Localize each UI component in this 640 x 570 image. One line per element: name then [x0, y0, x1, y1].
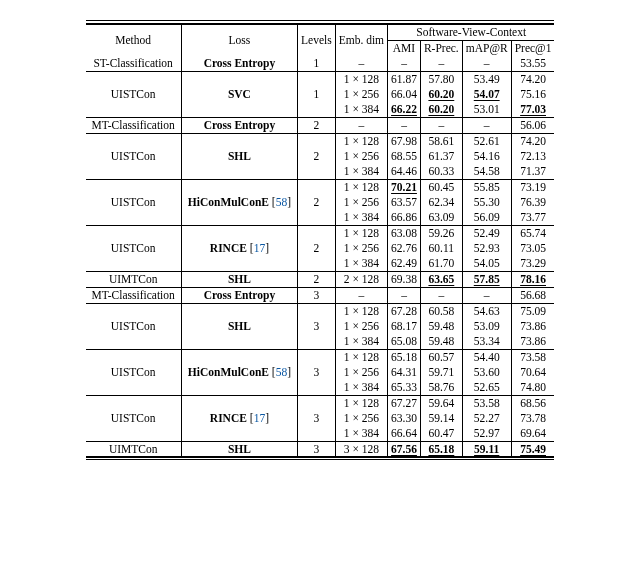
emb-cell: 1 × 384 — [335, 164, 387, 180]
p1-cell: 65.74 — [511, 225, 554, 241]
method-cell: MT-Classification — [86, 287, 182, 303]
ami-cell: 65.18 — [388, 349, 421, 365]
p1-cell: 77.03 — [511, 102, 554, 118]
emb-cell: 1 × 128 — [335, 71, 387, 87]
emb-cell: 1 × 384 — [335, 426, 387, 442]
rprec-cell: 63.65 — [420, 271, 462, 287]
levels-cell: 3 — [298, 349, 336, 395]
rprec-cell: 61.70 — [420, 256, 462, 272]
p1-cell: 74.20 — [511, 133, 554, 149]
ami-cell: 69.38 — [388, 271, 421, 287]
mapr-cell: 57.85 — [462, 271, 511, 287]
emb-cell: 1 × 384 — [335, 210, 387, 226]
emb-cell: 1 × 128 — [335, 349, 387, 365]
p1-cell: 68.56 — [511, 395, 554, 411]
p1-cell: 72.13 — [511, 149, 554, 164]
method-cell: UISTCon — [86, 71, 182, 117]
levels-cell: 2 — [298, 133, 336, 179]
table-row: UISTConRINCE [17]21 × 12863.0859.2652.49… — [86, 225, 555, 241]
rprec-cell: 60.33 — [420, 164, 462, 180]
ami-cell: 63.08 — [388, 225, 421, 241]
ami-cell: 62.76 — [388, 241, 421, 256]
emb-cell: 1 × 128 — [335, 303, 387, 319]
p1-cell: 53.55 — [511, 56, 554, 72]
loss-cell: HiConMulConE [58] — [181, 179, 297, 225]
mapr-cell: 52.93 — [462, 241, 511, 256]
ami-cell: 66.64 — [388, 426, 421, 442]
mapr-cell: 53.49 — [462, 71, 511, 87]
emb-cell: – — [335, 117, 387, 133]
p1-cell: 75.16 — [511, 87, 554, 102]
p1-cell: 71.37 — [511, 164, 554, 180]
rprec-cell: 58.76 — [420, 380, 462, 396]
p1-cell: 70.64 — [511, 365, 554, 380]
method-cell: UISTCon — [86, 133, 182, 179]
mapr-cell: 55.30 — [462, 195, 511, 210]
rprec-cell: 60.47 — [420, 426, 462, 442]
emb-cell: 1 × 256 — [335, 241, 387, 256]
table-row: UISTConRINCE [17]31 × 12867.2759.6453.58… — [86, 395, 555, 411]
p1-cell: 73.77 — [511, 210, 554, 226]
ami-cell: 70.21 — [388, 179, 421, 195]
ami-cell: 67.56 — [388, 441, 421, 457]
emb-cell: 1 × 256 — [335, 365, 387, 380]
method-cell: UISTCon — [86, 179, 182, 225]
ami-cell: 65.08 — [388, 334, 421, 350]
p1-cell: 78.16 — [511, 271, 554, 287]
rprec-cell: 57.80 — [420, 71, 462, 87]
emb-cell: – — [335, 287, 387, 303]
p1-cell: 75.49 — [511, 441, 554, 457]
mapr-cell: 54.16 — [462, 149, 511, 164]
p1-cell: 73.05 — [511, 241, 554, 256]
mapr-cell: 59.11 — [462, 441, 511, 457]
emb-cell: 1 × 256 — [335, 319, 387, 334]
method-cell: UIMTCon — [86, 271, 182, 287]
levels-cell: 3 — [298, 441, 336, 457]
p1-cell: 69.64 — [511, 426, 554, 442]
method-cell: ST-Classification — [86, 56, 182, 72]
p1-cell: 76.39 — [511, 195, 554, 210]
ami-cell: 65.33 — [388, 380, 421, 396]
loss-cell: SHL — [181, 271, 297, 287]
emb-cell: 1 × 128 — [335, 133, 387, 149]
ami-cell: – — [388, 56, 421, 72]
table-row: UISTConSHL21 × 12867.9858.6152.6174.20 — [86, 133, 555, 149]
p1-cell: 73.58 — [511, 349, 554, 365]
ami-cell: 64.46 — [388, 164, 421, 180]
levels-cell: 3 — [298, 287, 336, 303]
rprec-cell: 60.11 — [420, 241, 462, 256]
mapr-cell: – — [462, 56, 511, 72]
ami-cell: 68.55 — [388, 149, 421, 164]
mapr-cell: 53.34 — [462, 334, 511, 350]
col-group-svc: Software-View-Context — [388, 24, 555, 40]
ami-cell: 63.57 — [388, 195, 421, 210]
col-loss: Loss — [181, 24, 297, 56]
rprec-cell: 61.37 — [420, 149, 462, 164]
rprec-cell: 59.48 — [420, 334, 462, 350]
ami-cell: 64.31 — [388, 365, 421, 380]
ami-cell: – — [388, 287, 421, 303]
rprec-cell: 60.58 — [420, 303, 462, 319]
col-emb: Emb. dim — [335, 24, 387, 56]
method-cell: UISTCon — [86, 225, 182, 271]
rprec-cell: 59.26 — [420, 225, 462, 241]
mapr-cell: 54.58 — [462, 164, 511, 180]
rprec-cell: 65.18 — [420, 441, 462, 457]
rprec-cell: 60.20 — [420, 87, 462, 102]
table-row: UISTConHiConMulConE [58]21 × 12870.2160.… — [86, 179, 555, 195]
levels-cell: 2 — [298, 117, 336, 133]
rprec-cell: – — [420, 287, 462, 303]
mapr-cell: 54.05 — [462, 256, 511, 272]
loss-cell: Cross Entropy — [181, 117, 297, 133]
col-ami: AMI — [388, 40, 421, 56]
mapr-cell: – — [462, 287, 511, 303]
ami-cell: 67.28 — [388, 303, 421, 319]
levels-cell: 2 — [298, 179, 336, 225]
mapr-cell: 52.61 — [462, 133, 511, 149]
method-cell: UISTCon — [86, 395, 182, 441]
loss-cell: RINCE [17] — [181, 225, 297, 271]
loss-cell: Cross Entropy — [181, 56, 297, 72]
p1-cell: 73.86 — [511, 319, 554, 334]
table-row: UIMTConSHL22 × 12869.3863.6557.8578.16 — [86, 271, 555, 287]
emb-cell: 1 × 128 — [335, 395, 387, 411]
